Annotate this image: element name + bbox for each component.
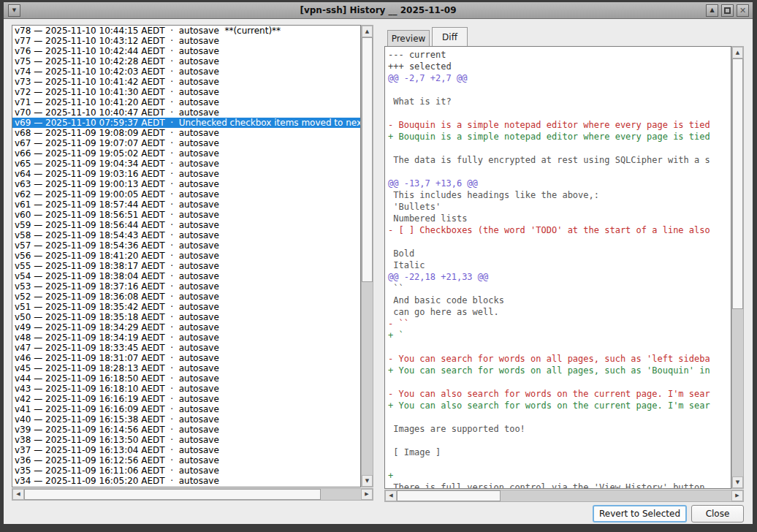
diff-line: And basic code blocks (388, 294, 731, 306)
history-row[interactable]: v38 — 2025-11-09 16:13:50 AEDT · autosav… (12, 435, 360, 445)
diff-line (388, 341, 731, 353)
history-row[interactable]: v55 — 2025-11-09 18:38:17 AEDT · autosav… (12, 261, 360, 271)
history-row[interactable]: v43 — 2025-11-09 16:18:10 AEDT · autosav… (12, 384, 360, 394)
history-row[interactable]: v60 — 2025-11-09 18:56:51 AEDT · autosav… (12, 210, 360, 220)
history-row[interactable]: v58 — 2025-11-09 18:54:43 AEDT · autosav… (12, 230, 360, 240)
maximize-button[interactable] (721, 4, 734, 17)
tab-preview-label: Preview (392, 34, 426, 44)
scroll-down-arrow-icon[interactable]: ▼ (362, 475, 373, 487)
scrollbar-thumb[interactable] (397, 490, 501, 501)
history-window: ▼ [vpn-ssh] History __ 2025-11-09 ▲ ✕ v7… (0, 0, 757, 532)
scroll-down-arrow-icon[interactable]: ▼ (732, 476, 743, 488)
dialog-body: v78 — 2025-11-10 10:44:15 AEDT · autosav… (4, 20, 753, 524)
scrollbar-track[interactable] (362, 37, 373, 475)
diff-text-view[interactable]: --- current+++ selected@@ -2,7 +2,7 @@ W… (384, 46, 731, 489)
scroll-right-arrow-icon[interactable]: ▶ (731, 490, 743, 501)
diff-line: + (388, 470, 731, 482)
diff-line: - You can also search for words on the c… (388, 388, 731, 400)
close-button[interactable]: Close (691, 505, 744, 522)
history-row[interactable]: v45 — 2025-11-09 18:28:13 AEDT · autosav… (12, 363, 360, 373)
scroll-up-arrow-icon[interactable]: ▲ (732, 47, 743, 58)
history-row[interactable]: v76 — 2025-11-10 10:42:44 AEDT · autosav… (12, 46, 360, 56)
diff-line: --- current (388, 49, 731, 61)
scrollbar-thumb[interactable] (732, 58, 743, 309)
history-row[interactable]: v56 — 2025-11-09 18:41:20 AEDT · autosav… (12, 251, 360, 261)
history-row[interactable]: v54 — 2025-11-09 18:38:04 AEDT · autosav… (12, 271, 360, 281)
diff-line: @@ -13,7 +13,6 @@ (388, 178, 731, 189)
history-row[interactable]: v46 — 2025-11-09 18:31:07 AEDT · autosav… (12, 353, 360, 363)
scrollbar-thumb[interactable] (362, 37, 373, 282)
history-row[interactable]: v51 — 2025-11-09 18:35:42 AEDT · autosav… (12, 302, 360, 312)
history-row[interactable]: v64 — 2025-11-09 19:03:16 AEDT · autosav… (12, 169, 360, 179)
history-row[interactable]: v66 — 2025-11-09 19:05:02 AEDT · autosav… (12, 148, 360, 159)
revert-button-label: Revert to Selected (599, 509, 680, 519)
title-bar: ▼ [vpn-ssh] History __ 2025-11-09 ▲ ✕ (4, 2, 753, 19)
list-vertical-scrollbar[interactable]: ▲ ▼ (361, 25, 373, 487)
revert-to-selected-button[interactable]: Revert to Selected (593, 505, 687, 522)
diff-line: 'Bullets' (388, 201, 731, 213)
scroll-up-arrow-icon[interactable]: ▲ (362, 26, 373, 37)
history-row[interactable]: v73 — 2025-11-10 10:41:42 AEDT · autosav… (12, 77, 360, 87)
maximize-icon (724, 7, 731, 14)
diff-line (388, 166, 731, 178)
diff-line: Numbered lists (388, 213, 731, 224)
history-row[interactable]: v41 — 2025-11-09 16:16:09 AEDT · autosav… (12, 404, 360, 414)
shade-button[interactable]: ▲ (706, 4, 718, 17)
history-row[interactable]: v68 — 2025-11-09 19:08:09 AEDT · autosav… (12, 128, 360, 138)
diff-line: - Bouquin is a simple notepad editor whe… (388, 119, 731, 131)
history-row[interactable]: v50 — 2025-11-09 18:35:18 AEDT · autosav… (12, 312, 360, 322)
history-row[interactable]: v35 — 2025-11-09 16:11:06 AEDT · autosav… (12, 466, 360, 476)
history-row[interactable]: v47 — 2025-11-09 18:33:45 AEDT · autosav… (12, 343, 360, 353)
history-row[interactable]: v40 — 2025-11-09 16:15:38 AEDT · autosav… (12, 414, 360, 425)
scroll-left-arrow-icon[interactable]: ◀ (12, 489, 24, 500)
history-row[interactable]: v44 — 2025-11-09 16:18:50 AEDT · autosav… (12, 373, 360, 384)
diff-line (388, 142, 731, 154)
diff-line: - You can search for words on all pages,… (388, 353, 731, 365)
history-row[interactable]: v48 — 2025-11-09 18:34:19 AEDT · autosav… (12, 332, 360, 343)
scrollbar-track[interactable] (24, 489, 361, 500)
scrollbar-track[interactable] (732, 58, 743, 476)
diff-line (388, 107, 731, 119)
history-row[interactable]: v67 — 2025-11-09 19:07:07 AEDT · autosav… (12, 138, 360, 148)
history-row[interactable]: v33 — 2025-11-09 16:05:01 AEDT · autosav… (12, 486, 360, 487)
history-row[interactable]: v59 — 2025-11-09 18:56:44 AEDT · autosav… (12, 220, 360, 230)
diff-line: There is full version control via the 'V… (388, 482, 731, 489)
scrollbar-track[interactable] (397, 490, 731, 501)
history-row[interactable]: v36 — 2025-11-09 16:12:56 AEDT · autosav… (12, 455, 360, 466)
history-row[interactable]: v65 — 2025-11-09 19:04:34 AEDT · autosav… (12, 159, 360, 169)
scroll-right-arrow-icon[interactable]: ▶ (361, 489, 373, 500)
diff-vertical-scrollbar[interactable]: ▲ ▼ (731, 46, 744, 489)
diff-line (388, 376, 731, 388)
diff-line (388, 458, 731, 470)
diff-line (388, 84, 731, 96)
history-row[interactable]: v75 — 2025-11-10 10:42:28 AEDT · autosav… (12, 56, 360, 66)
list-horizontal-scrollbar[interactable]: ◀ ▶ (12, 488, 373, 501)
history-row[interactable]: v62 — 2025-11-09 19:00:05 AEDT · autosav… (12, 189, 360, 200)
history-row[interactable]: v71 — 2025-11-10 10:41:20 AEDT · autosav… (12, 97, 360, 107)
version-history-list[interactable]: v78 — 2025-11-10 10:44:15 AEDT · autosav… (12, 25, 361, 487)
history-row[interactable]: v69 — 2025-11-10 07:59:37 AEDT · Uncheck… (12, 118, 360, 128)
history-row[interactable]: v70 — 2025-11-10 10:40:47 AEDT · autosav… (12, 107, 360, 118)
history-row[interactable]: v34 — 2025-11-09 16:05:20 AEDT · autosav… (12, 476, 360, 486)
history-row[interactable]: v53 — 2025-11-09 18:37:16 AEDT · autosav… (12, 281, 360, 292)
history-row[interactable]: v37 — 2025-11-09 16:13:04 AEDT · autosav… (12, 445, 360, 455)
history-row[interactable]: v57 — 2025-11-09 18:54:36 AEDT · autosav… (12, 240, 360, 251)
scrollbar-thumb[interactable] (24, 489, 321, 500)
scroll-left-arrow-icon[interactable]: ◀ (385, 490, 397, 501)
history-row[interactable]: v39 — 2025-11-09 16:14:56 AEDT · autosav… (12, 425, 360, 435)
history-row[interactable]: v52 — 2025-11-09 18:36:08 AEDT · autosav… (12, 292, 360, 302)
history-row[interactable]: v72 — 2025-11-10 10:41:30 AEDT · autosav… (12, 87, 360, 97)
history-row[interactable]: v63 — 2025-11-09 19:00:13 AEDT · autosav… (12, 179, 360, 189)
diff-horizontal-scrollbar[interactable]: ◀ ▶ (384, 490, 744, 502)
close-window-button[interactable]: ✕ (737, 4, 749, 17)
history-row[interactable]: v49 — 2025-11-09 18:34:29 AEDT · autosav… (12, 322, 360, 332)
diff-line: - [ ] Checkboxes (the word 'TODO' at the… (388, 224, 731, 236)
tab-preview[interactable]: Preview (387, 30, 430, 46)
tab-diff[interactable]: Diff (432, 27, 468, 46)
history-row[interactable]: v61 — 2025-11-09 18:57:44 AEDT · autosav… (12, 200, 360, 210)
history-row[interactable]: v74 — 2025-11-10 10:42:03 AEDT · autosav… (12, 66, 360, 77)
history-row[interactable]: v78 — 2025-11-10 10:44:15 AEDT · autosav… (12, 26, 360, 36)
history-row[interactable]: v77 — 2025-11-10 10:43:12 AEDT · autosav… (12, 36, 360, 46)
diff-line: +++ selected (388, 61, 731, 72)
history-row[interactable]: v42 — 2025-11-09 16:16:19 AEDT · autosav… (12, 394, 360, 404)
